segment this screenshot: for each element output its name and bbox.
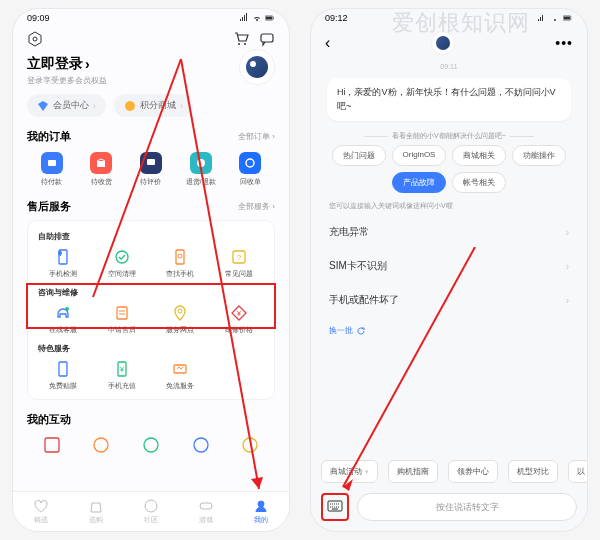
- cart-icon[interactable]: [233, 31, 249, 47]
- question-charge[interactable]: 充电异常›: [311, 215, 587, 249]
- free-film[interactable]: 免费贴膜: [34, 360, 93, 391]
- order-refund[interactable]: 退货/退款: [176, 152, 226, 187]
- interact-icon-3[interactable]: [141, 435, 161, 455]
- chip-activity[interactable]: 商城活动▾: [321, 460, 378, 483]
- points-mall-pill[interactable]: 积分商城›: [114, 94, 193, 117]
- all-orders-link[interactable]: 全部订单 ›: [238, 131, 275, 142]
- back-button[interactable]: ‹: [325, 34, 330, 52]
- svg-rect-9: [97, 161, 105, 167]
- aftersale-section: 售后服务全部服务 › 自助排查 手机检测 空间清理 查找手机 ?常见问题 咨询与…: [13, 195, 289, 400]
- community-icon: [143, 498, 159, 514]
- svg-rect-24: [59, 362, 67, 376]
- svg-point-5: [244, 43, 246, 45]
- chip-coupon[interactable]: 领券中心: [448, 460, 498, 483]
- watermark-text: 爱创根知识网: [392, 8, 530, 38]
- phones-container: 09:09 立即登录› 登录享受更多会员权益 会员中心› 积分商城› 我的订单全…: [0, 0, 600, 540]
- comment-icon: [145, 157, 157, 169]
- order-pending-review[interactable]: 待评价: [126, 152, 176, 187]
- orders-section: 我的订单全部订单 › 待付款 待收货 待评价 退货/退款 回收单: [13, 125, 289, 195]
- signal-icon: [537, 13, 547, 23]
- more-button[interactable]: •••: [555, 35, 573, 51]
- interact-title: 我的互动: [27, 412, 71, 427]
- status-time: 09:12: [325, 13, 348, 23]
- order-recycle[interactable]: 回收单: [225, 152, 275, 187]
- svg-rect-8: [48, 160, 56, 166]
- heart-icon: [33, 498, 49, 514]
- interact-icon-1[interactable]: [42, 435, 62, 455]
- svg-rect-27: [174, 365, 186, 373]
- recharge[interactable]: ¥手机充值: [93, 360, 152, 391]
- svg-marker-38: [251, 477, 263, 489]
- svg-point-30: [144, 438, 158, 452]
- game-icon: [198, 498, 214, 514]
- box-icon: [95, 157, 107, 169]
- tag-hot[interactable]: 热门问题: [332, 145, 386, 166]
- member-center-pill[interactable]: 会员中心›: [27, 94, 106, 117]
- hint-text-1: 看看全能的小V都能解决什么问题吧~: [311, 125, 587, 145]
- faq[interactable]: ?常见问题: [210, 248, 269, 279]
- phone-left: 09:09 立即登录› 登录享受更多会员权益 会员中心› 积分商城› 我的订单全…: [12, 8, 290, 532]
- svg-rect-10: [147, 159, 155, 165]
- settings-icon[interactable]: [27, 31, 43, 47]
- voice-input[interactable]: 按住说话转文字: [357, 493, 577, 521]
- tab-shop[interactable]: 选购: [88, 498, 104, 525]
- all-services-link[interactable]: 全部服务 ›: [238, 201, 275, 212]
- tab-game[interactable]: 游戏: [198, 498, 214, 525]
- interact-icon-5[interactable]: [240, 435, 260, 455]
- chip-guide[interactable]: 购机指南: [388, 460, 438, 483]
- input-bar: 按住说话转文字: [311, 489, 587, 525]
- find-phone[interactable]: 查找手机: [151, 248, 210, 279]
- svg-rect-40: [564, 17, 570, 20]
- question-sim[interactable]: SIM卡不识别›: [311, 249, 587, 283]
- top-bar: [13, 27, 289, 51]
- space-clean[interactable]: 空间清理: [93, 248, 152, 279]
- chevron-right-icon: ›: [566, 295, 569, 306]
- pill-row: 会员中心› 积分商城›: [13, 94, 289, 125]
- wifi-icon: [252, 13, 262, 23]
- tag-origin[interactable]: OriginOS: [392, 145, 447, 166]
- svg-point-12: [246, 159, 254, 167]
- coin-icon: [124, 100, 136, 112]
- svg-text:¥: ¥: [120, 366, 124, 373]
- clean-icon: [113, 248, 131, 266]
- tag-mall[interactable]: 商城相关: [452, 145, 506, 166]
- status-bar: 09:09: [13, 9, 289, 27]
- interact-icon-4[interactable]: [191, 435, 211, 455]
- chip-compare[interactable]: 机型对比: [508, 460, 558, 483]
- svg-point-32: [243, 438, 257, 452]
- chip-row[interactable]: 商城活动▾ 购机指南 领券中心 机型对比 以: [311, 460, 587, 483]
- tag-fault[interactable]: 产品故障: [392, 172, 446, 193]
- chat-icon[interactable]: [259, 31, 275, 47]
- order-pending-pay[interactable]: 待付款: [27, 152, 77, 187]
- tab-mine[interactable]: 我的: [253, 498, 269, 525]
- battery-icon: [265, 13, 275, 23]
- tab-community[interactable]: 社区: [143, 498, 159, 525]
- refresh-icon: [356, 326, 366, 336]
- interact-icon-2[interactable]: [91, 435, 111, 455]
- phone-check[interactable]: 手机检测: [34, 248, 93, 279]
- svg-point-17: [178, 254, 182, 258]
- chevron-right-icon: ›: [566, 261, 569, 272]
- keyboard-button[interactable]: [321, 493, 349, 521]
- status-icons: [239, 13, 275, 23]
- aftersale-title: 售后服务: [27, 199, 71, 214]
- wifi-icon: [550, 13, 560, 23]
- tag-account[interactable]: 帐号相关: [452, 172, 506, 193]
- refresh-link[interactable]: 换一批: [311, 317, 587, 344]
- tag-function[interactable]: 功能操作: [512, 145, 566, 166]
- svg-rect-2: [273, 17, 274, 18]
- recharge-icon: ¥: [113, 360, 131, 378]
- chip-more[interactable]: 以: [568, 460, 587, 483]
- question-icon: ?: [230, 248, 248, 266]
- avatar[interactable]: [239, 49, 275, 85]
- tag-group: 热门问题 OriginOS 商城相关 功能操作 产品故障 帐号相关: [311, 145, 587, 193]
- keyboard-icon: [327, 500, 343, 514]
- tab-featured[interactable]: 精选: [33, 498, 49, 525]
- wallet-icon: [46, 157, 58, 169]
- recycle-icon: [244, 157, 256, 169]
- orders-title: 我的订单: [27, 129, 71, 144]
- free-data[interactable]: 免流服务: [151, 360, 210, 391]
- question-broken[interactable]: 手机或配件坏了›: [311, 283, 587, 317]
- svg-rect-28: [45, 438, 59, 452]
- order-pending-receive[interactable]: 待收货: [77, 152, 127, 187]
